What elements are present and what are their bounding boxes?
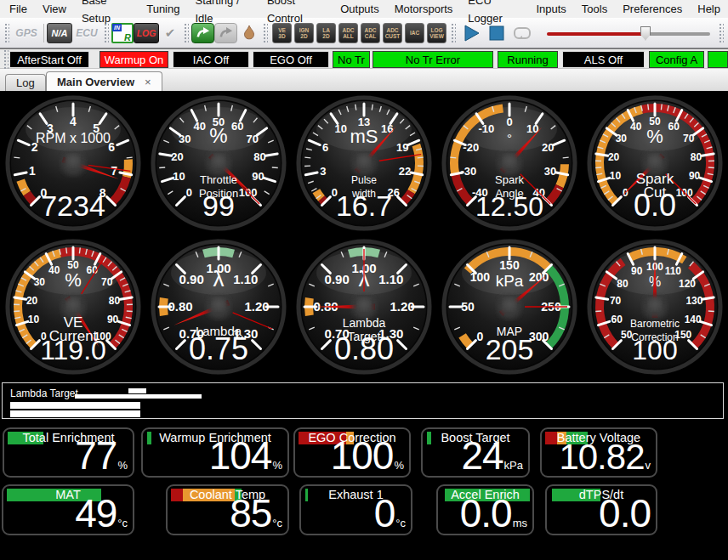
toolbar-grip[interactable]	[104, 23, 109, 43]
svg-text:70: 70	[610, 294, 622, 306]
readout-total-enrichment[interactable]: Total Enrichment77%	[3, 427, 134, 478]
menu-tuning[interactable]: Tuning	[139, 0, 187, 18]
gauge-map[interactable]: 050100150200250300kPaMAP205	[437, 235, 583, 378]
button-label: ADC	[339, 27, 357, 33]
readout-warmup-enrichment[interactable]: Warmup Enrichment104%	[141, 427, 289, 478]
toolbar-tab-adc-cust[interactable]: ADCCUST	[383, 23, 402, 43]
playback-position-slider[interactable]	[547, 25, 710, 41]
indicator-ego-off[interactable]: EGO Off	[253, 51, 329, 68]
gauge-spark-angle[interactable]: -40-30-20-10010203040°SparkAngle12.50	[437, 91, 583, 235]
indicator-no-tr-error[interactable]: No Tr Error	[373, 51, 493, 68]
readout-ego-correction[interactable]: EGO Correction100%	[293, 427, 411, 478]
indicator-strip: AfterStart OffWarmup OnIAC OffEGO OffNo …	[0, 48, 728, 69]
gauge-spark-cut[interactable]: 0102030405060708090100%SparkCut0.0	[583, 91, 728, 235]
white-bar	[10, 402, 140, 409]
indicator-iac-off[interactable]: IAC Off	[173, 51, 249, 68]
slider-thumb[interactable]	[640, 26, 651, 41]
lambda-target-panel[interactable]: Lambda Target	[2, 382, 724, 419]
indicator-config-a[interactable]: Config A	[649, 51, 704, 68]
stop-button[interactable]	[484, 22, 509, 44]
na-button[interactable]: N/A	[47, 23, 72, 43]
menu-tools[interactable]: Tools	[574, 0, 615, 18]
log-button[interactable]: LOG	[134, 23, 159, 43]
button-label: ADC	[384, 27, 401, 33]
gauge-pulse-width[interactable]: 036101316192226mSPulsewidth16.7	[291, 91, 436, 235]
readout-unit: %	[394, 459, 404, 472]
indicator-warmup-on[interactable]: Warmup On	[100, 51, 168, 68]
gps-button[interactable]: GPS	[12, 22, 41, 44]
svg-text:120: 120	[679, 277, 696, 289]
button-label: 3D	[273, 33, 291, 39]
tab-label: Log	[16, 76, 35, 89]
svg-text:1.10: 1.10	[378, 272, 403, 286]
menu-outputs[interactable]: Outputs	[333, 0, 387, 18]
svg-text:20: 20	[171, 150, 183, 162]
menu-view[interactable]: View	[35, 0, 74, 18]
gauge-lambda[interactable]: 0.700.800.901.001.101.201.30λLambda0.75	[145, 235, 291, 378]
menu-motorsports[interactable]: Motorsports	[387, 0, 461, 18]
toolbar-tab-adc-all[interactable]: ADCALL	[338, 23, 358, 43]
toolbar-tab-adc-cal[interactable]: ADCCAL	[361, 23, 380, 43]
curved-arrow-icon	[196, 26, 211, 40]
toolbar-tab-log-view[interactable]: LOGVIEW	[427, 23, 446, 43]
toolbar-tab-la-2d[interactable]: LA2D	[316, 23, 336, 43]
restore-arrow-button[interactable]	[191, 23, 214, 43]
toolbar-grip[interactable]	[263, 23, 268, 43]
menu-file[interactable]: File	[2, 0, 35, 18]
toolbar-tab-iac[interactable]: IAC	[405, 23, 424, 43]
svg-text:30: 30	[544, 165, 556, 178]
indicator-grip[interactable]	[3, 49, 9, 70]
confirm-check-button[interactable]: ✔	[159, 22, 181, 44]
toolbar-tab-ign-2d[interactable]: IGN2D	[294, 23, 314, 43]
svg-text:0: 0	[186, 186, 192, 199]
menu-help[interactable]: Help	[690, 0, 728, 18]
play-button[interactable]	[458, 22, 484, 44]
readout-coolant-temp[interactable]: Coolant Temp85°c	[166, 484, 289, 535]
input-record-button[interactable]: IN R	[111, 23, 134, 43]
readout-dtps-dt[interactable]: dTPS/dt0.0	[545, 484, 657, 535]
svg-text:Throttle: Throttle	[200, 173, 237, 186]
gauge-lambda-target[interactable]: 0.700.800.901.001.101.201.30λLambdaTarge…	[291, 235, 436, 378]
loop-button[interactable]	[509, 22, 535, 44]
curved-arrow-icon	[219, 26, 234, 40]
ecu-button[interactable]: ECU	[72, 22, 101, 44]
svg-text:70: 70	[101, 276, 113, 288]
tab-main-overview[interactable]: Main Overview×	[46, 71, 162, 91]
toolbar-grip[interactable]	[184, 23, 189, 43]
svg-text:12.50: 12.50	[475, 191, 543, 222]
flame-icon	[242, 25, 257, 42]
gauge-barometric-correction[interactable]: 5060708090100110120130140150%BarometricC…	[583, 235, 728, 378]
svg-text:19: 19	[396, 140, 408, 153]
tab-label: Main Overview	[57, 76, 134, 88]
indicator-afterstart-off[interactable]: AfterStart Off	[9, 51, 89, 68]
readout-accel-enrich[interactable]: Accel Enrich0.0ms	[436, 484, 534, 535]
readout-unit: kPa	[504, 459, 523, 472]
readout-battery-voltage[interactable]: Battery Voltage10.82v	[540, 427, 657, 478]
gauge-throttle-position[interactable]: 0102030405060708090100%ThrottlePosition9…	[145, 91, 291, 235]
indicator-no-tr-e[interactable]: No Tr E	[333, 51, 370, 68]
indicator-als-off[interactable]: ALS Off	[562, 51, 645, 68]
indicator-running-on[interactable]: Running On	[498, 51, 558, 68]
menu-inputs[interactable]: Inputs	[528, 0, 573, 18]
gauge-ve-current[interactable]: 0102030405060708090100%VECurrent119.0	[0, 235, 145, 378]
readout-boost-target[interactable]: Boost Target24kPa	[421, 427, 530, 478]
close-tab-icon[interactable]: ×	[145, 76, 151, 88]
white-bar	[75, 394, 202, 399]
record-icon: R	[124, 32, 131, 42]
toolbar-tab-ve-3d[interactable]: VE3D	[272, 23, 292, 43]
gauge-rpm[interactable]: 012345678RPM x 10007234	[0, 91, 145, 235]
readout-mat[interactable]: MAT49°c	[2, 484, 134, 535]
toolbar-grip[interactable]	[451, 23, 456, 43]
svg-text:99: 99	[202, 189, 235, 222]
button-label: 2D	[295, 33, 313, 39]
indicator-edge[interactable]	[708, 51, 728, 68]
toolbar-grip[interactable]	[719, 23, 724, 43]
readout-exhaust-1[interactable]: Exhaust 10°c	[299, 484, 412, 535]
toolbar-grip[interactable]	[4, 23, 9, 43]
tab-log[interactable]: Log	[5, 74, 46, 91]
burn-flame-button[interactable]	[237, 23, 260, 43]
menu-preferences[interactable]: Preferences	[615, 0, 690, 18]
send-arrow-button[interactable]	[214, 23, 237, 43]
readout-unit: ms	[513, 517, 527, 529]
svg-text:1: 1	[29, 164, 36, 178]
